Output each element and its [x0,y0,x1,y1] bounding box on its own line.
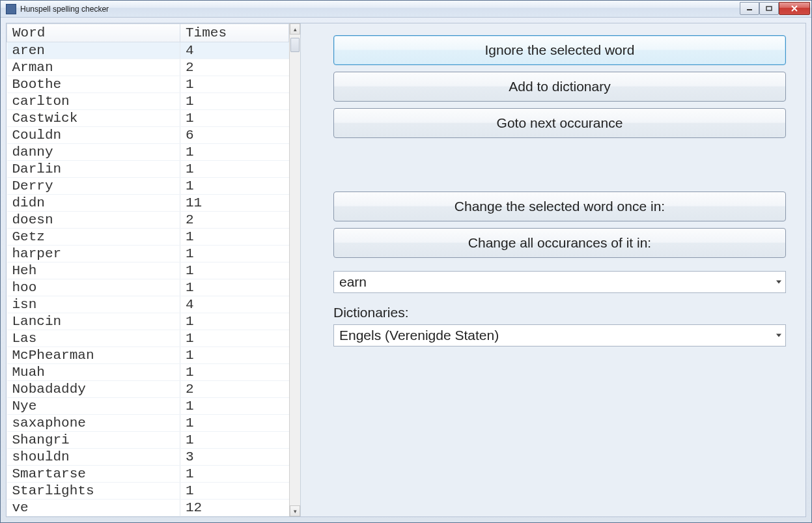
cell-word: Nobadaddy [7,381,180,398]
cell-word: Couldn [7,127,180,144]
inner-frame: Word Times aren4Arman2Boothe1carlton1Cas… [6,23,806,517]
cell-word: saxaphone [7,415,180,432]
cell-word: Shangri [7,432,180,449]
dictionaries-combobox[interactable]: Engels (Verenigde Staten) [333,324,786,346]
table-row[interactable]: Smartarse1 [7,466,289,483]
cell-times: 1 [180,313,289,330]
cell-times: 1 [180,144,289,161]
ignore-button[interactable]: Ignore the selected word [333,35,786,65]
table-row[interactable]: carlton1 [7,93,289,110]
cell-word: Las [7,330,180,347]
cell-times: 4 [180,296,289,313]
table-row[interactable]: harper1 [7,246,289,262]
table-row[interactable]: Darlin1 [7,161,289,178]
suggestion-value: earn [339,274,367,290]
table-row[interactable]: Getz1 [7,229,289,246]
cell-times: 11 [180,195,289,212]
table-row[interactable]: McPhearman1 [7,347,289,364]
table-row[interactable]: Lancin1 [7,313,289,330]
suggestion-combobox[interactable]: earn [333,271,786,293]
cell-word: isn [7,296,180,313]
cell-word: Darlin [7,161,180,178]
wordlist-scrollbar[interactable]: ▴ ▾ [289,23,300,516]
table-row[interactable]: saxaphone1 [7,415,289,432]
cell-times: 3 [180,449,289,466]
cell-times: 1 [180,229,289,246]
app-window: Hunspell spelling checker [0,0,812,523]
cell-word: hoo [7,279,180,296]
cell-word: didn [7,195,180,212]
table-row[interactable]: didn11 [7,195,289,212]
cell-times: 1 [180,262,289,279]
wordlist-table[interactable]: Word Times aren4Arman2Boothe1carlton1Cas… [7,23,289,516]
titlebar[interactable]: Hunspell spelling checker [1,1,811,18]
cell-times: 1 [180,483,289,500]
table-row[interactable]: Las1 [7,330,289,347]
cell-times: 1 [180,432,289,449]
cell-word: ve [7,500,180,516]
cell-word: Muah [7,364,180,381]
table-row[interactable]: Boothe1 [7,76,289,93]
table-row[interactable]: isn4 [7,296,289,313]
table-row[interactable]: Arman2 [7,59,289,76]
table-row[interactable]: aren4 [7,42,289,59]
table-row[interactable]: Heh1 [7,262,289,279]
spacer [333,145,786,191]
cell-word: Arman [7,59,180,76]
cell-times: 1 [180,93,289,110]
cell-times: 1 [180,398,289,415]
cell-times: 1 [180,178,289,195]
cell-times: 1 [180,110,289,127]
scroll-thumb[interactable] [290,38,300,52]
cell-times: 1 [180,364,289,381]
cell-word: Boothe [7,76,180,93]
scroll-up-button[interactable]: ▴ [290,23,300,35]
table-row[interactable]: danny1 [7,144,289,161]
table-row[interactable]: Castwick1 [7,110,289,127]
cell-word: Smartarse [7,466,180,483]
table-row[interactable]: doesn2 [7,212,289,229]
cell-word: aren [7,42,180,59]
close-icon [791,5,798,12]
table-row[interactable]: shouldn3 [7,449,289,466]
cell-times: 1 [180,76,289,93]
table-row[interactable]: ve12 [7,500,289,516]
goto-next-button[interactable]: Goto next occurance [333,108,786,138]
column-header-times[interactable]: Times [180,24,289,42]
actions-pane: Ignore the selected word Add to dictiona… [301,23,805,516]
scroll-down-button[interactable]: ▾ [290,505,300,516]
close-button[interactable] [779,2,810,15]
cell-word: Getz [7,229,180,246]
client-area: Word Times aren4Arman2Boothe1carlton1Cas… [1,18,811,522]
table-row[interactable]: Nobadaddy2 [7,381,289,398]
table-row[interactable]: Couldn6 [7,127,289,144]
wordlist-table-wrap[interactable]: Word Times aren4Arman2Boothe1carlton1Cas… [7,23,289,516]
cell-word: Nye [7,398,180,415]
cell-word: doesn [7,212,180,229]
cell-word: Derry [7,178,180,195]
table-row[interactable]: Starlights1 [7,483,289,500]
table-row[interactable]: Nye1 [7,398,289,415]
change-all-button[interactable]: Change all occurances of it in: [333,228,786,258]
column-header-word[interactable]: Word [7,24,180,42]
minimize-button[interactable] [740,2,759,15]
wordlist-pane: Word Times aren4Arman2Boothe1carlton1Cas… [7,23,301,516]
cell-word: harper [7,246,180,262]
table-row[interactable]: Derry1 [7,178,289,195]
wordlist-header-row[interactable]: Word Times [7,24,289,42]
window-controls [740,3,810,15]
cell-times: 4 [180,42,289,59]
minimize-icon [746,6,753,11]
add-dictionary-button[interactable]: Add to dictionary [333,72,786,102]
table-row[interactable]: Shangri1 [7,432,289,449]
maximize-button[interactable] [759,2,779,15]
table-row[interactable]: hoo1 [7,279,289,296]
cell-word: carlton [7,93,180,110]
cell-times: 2 [180,381,289,398]
cell-times: 12 [180,500,289,516]
table-row[interactable]: Muah1 [7,364,289,381]
cell-times: 2 [180,59,289,76]
cell-times: 1 [180,347,289,364]
change-once-button[interactable]: Change the selected word once in: [333,191,786,221]
cell-word: McPhearman [7,347,180,364]
